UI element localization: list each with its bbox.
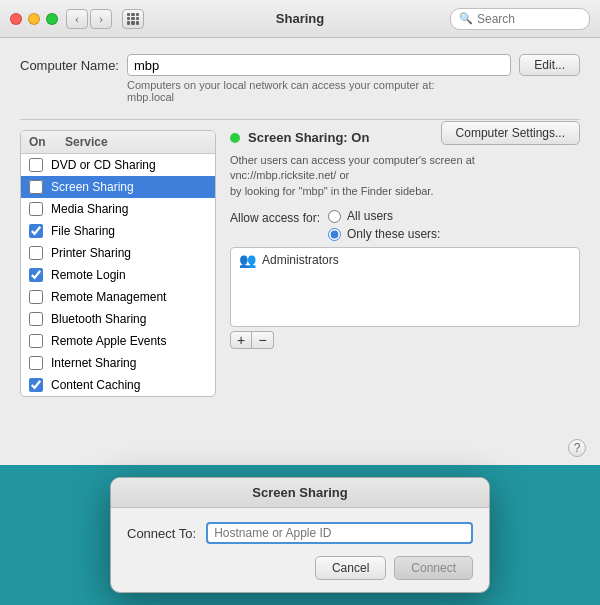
services-panel: On Service DVD or CD SharingScreen Shari… bbox=[20, 130, 216, 397]
user-row: 👥 Administrators bbox=[231, 248, 579, 272]
dialog-connect-row: Connect To: bbox=[127, 522, 473, 544]
status-dot bbox=[230, 133, 240, 143]
service-row[interactable]: File Sharing bbox=[21, 220, 215, 242]
computer-name-sub: Computers on your local network can acce… bbox=[127, 79, 580, 103]
radio-only-input[interactable] bbox=[328, 228, 341, 241]
search-icon: 🔍 bbox=[459, 12, 473, 25]
allow-access-row: Allow access for: All users Only these u… bbox=[230, 209, 580, 241]
list-controls: + − bbox=[230, 331, 580, 349]
search-input[interactable] bbox=[477, 12, 581, 26]
bottom-area: Screen Sharing Connect To: Cancel Connec… bbox=[0, 465, 600, 605]
computer-name-label: Computer Name: bbox=[20, 54, 119, 73]
computer-settings-button[interactable]: Computer Settings... bbox=[441, 121, 580, 145]
allow-access-section: Allow access for: All users Only these u… bbox=[230, 209, 580, 349]
remove-user-button[interactable]: − bbox=[252, 331, 274, 349]
service-row[interactable]: Content Caching bbox=[21, 374, 215, 396]
allow-access-label: Allow access for: bbox=[230, 209, 320, 225]
access-radio-group: All users Only these users: bbox=[328, 209, 440, 241]
header-service: Service bbox=[65, 135, 207, 149]
service-row[interactable]: Printer Sharing bbox=[21, 242, 215, 264]
service-checkbox[interactable] bbox=[29, 180, 43, 194]
radio-all-users[interactable]: All users bbox=[328, 209, 440, 223]
divider bbox=[20, 119, 580, 120]
service-name: File Sharing bbox=[51, 224, 207, 238]
service-name: Screen Sharing bbox=[51, 180, 207, 194]
forward-button[interactable]: › bbox=[90, 9, 112, 29]
titlebar: ‹ › Sharing 🔍 bbox=[0, 0, 600, 38]
service-row[interactable]: Remote Management bbox=[21, 286, 215, 308]
dialog-buttons: Cancel Connect bbox=[127, 556, 473, 580]
service-checkbox[interactable] bbox=[29, 334, 43, 348]
service-name: Remote Management bbox=[51, 290, 207, 304]
services-header: On Service bbox=[21, 131, 215, 154]
computer-name-right: Edit... Computers on your local network … bbox=[127, 54, 580, 103]
dialog-connect-label: Connect To: bbox=[127, 526, 196, 541]
services-list: DVD or CD SharingScreen SharingMedia Sha… bbox=[21, 154, 215, 396]
computer-name-section: Computer Name: Edit... Computers on your… bbox=[20, 54, 580, 103]
status-description: Other users can access your computer's s… bbox=[230, 153, 580, 199]
right-panel: Screen Sharing: On Computer Settings... … bbox=[230, 130, 580, 397]
service-checkbox[interactable] bbox=[29, 312, 43, 326]
header-on: On bbox=[29, 135, 65, 149]
service-name: Remote Login bbox=[51, 268, 207, 282]
service-name: Internet Sharing bbox=[51, 356, 207, 370]
main-content: Computer Name: Edit... Computers on your… bbox=[0, 38, 600, 413]
add-user-button[interactable]: + bbox=[230, 331, 252, 349]
service-name: Media Sharing bbox=[51, 202, 207, 216]
service-checkbox[interactable] bbox=[29, 268, 43, 282]
user-name: Administrators bbox=[262, 253, 339, 267]
service-row[interactable]: Remote Apple Events bbox=[21, 330, 215, 352]
grid-icon bbox=[127, 13, 139, 25]
service-checkbox[interactable] bbox=[29, 246, 43, 260]
dialog-connect-input[interactable] bbox=[206, 522, 473, 544]
grid-button[interactable] bbox=[122, 9, 144, 29]
maximize-button[interactable] bbox=[46, 13, 58, 25]
service-name: Printer Sharing bbox=[51, 246, 207, 260]
users-list-container: 👥 Administrators bbox=[230, 247, 580, 327]
two-column-layout: On Service DVD or CD SharingScreen Shari… bbox=[20, 130, 580, 397]
service-checkbox[interactable] bbox=[29, 224, 43, 238]
service-name: Remote Apple Events bbox=[51, 334, 207, 348]
edit-button[interactable]: Edit... bbox=[519, 54, 580, 76]
close-button[interactable] bbox=[10, 13, 22, 25]
service-checkbox[interactable] bbox=[29, 290, 43, 304]
help-button[interactable]: ? bbox=[568, 439, 586, 457]
service-name: Content Caching bbox=[51, 378, 207, 392]
service-row[interactable]: DVD or CD Sharing bbox=[21, 154, 215, 176]
dialog-connect-button[interactable]: Connect bbox=[394, 556, 473, 580]
radio-all-input[interactable] bbox=[328, 210, 341, 223]
radio-only-label: Only these users: bbox=[347, 227, 440, 241]
service-checkbox[interactable] bbox=[29, 158, 43, 172]
service-checkbox[interactable] bbox=[29, 378, 43, 392]
service-row[interactable]: Screen Sharing bbox=[21, 176, 215, 198]
service-row[interactable]: Remote Login bbox=[21, 264, 215, 286]
nav-buttons: ‹ › bbox=[66, 9, 112, 29]
back-button[interactable]: ‹ bbox=[66, 9, 88, 29]
dialog-titlebar: Screen Sharing bbox=[111, 478, 489, 508]
radio-all-label: All users bbox=[347, 209, 393, 223]
dialog-body: Connect To: Cancel Connect bbox=[111, 508, 489, 592]
user-icon: 👥 bbox=[239, 252, 256, 268]
service-checkbox[interactable] bbox=[29, 356, 43, 370]
minimize-button[interactable] bbox=[28, 13, 40, 25]
status-title: Screen Sharing: On bbox=[248, 130, 369, 145]
window-title: Sharing bbox=[276, 11, 324, 26]
service-row[interactable]: Internet Sharing bbox=[21, 352, 215, 374]
service-name: Bluetooth Sharing bbox=[51, 312, 207, 326]
search-box[interactable]: 🔍 bbox=[450, 8, 590, 30]
radio-only-users[interactable]: Only these users: bbox=[328, 227, 440, 241]
service-row[interactable]: Bluetooth Sharing bbox=[21, 308, 215, 330]
service-name: DVD or CD Sharing bbox=[51, 158, 207, 172]
traffic-lights bbox=[10, 13, 58, 25]
computer-name-input-row: Edit... bbox=[127, 54, 580, 76]
computer-name-input[interactable] bbox=[127, 54, 511, 76]
dialog-cancel-button[interactable]: Cancel bbox=[315, 556, 386, 580]
service-checkbox[interactable] bbox=[29, 202, 43, 216]
service-row[interactable]: Media Sharing bbox=[21, 198, 215, 220]
screen-sharing-dialog: Screen Sharing Connect To: Cancel Connec… bbox=[110, 477, 490, 593]
